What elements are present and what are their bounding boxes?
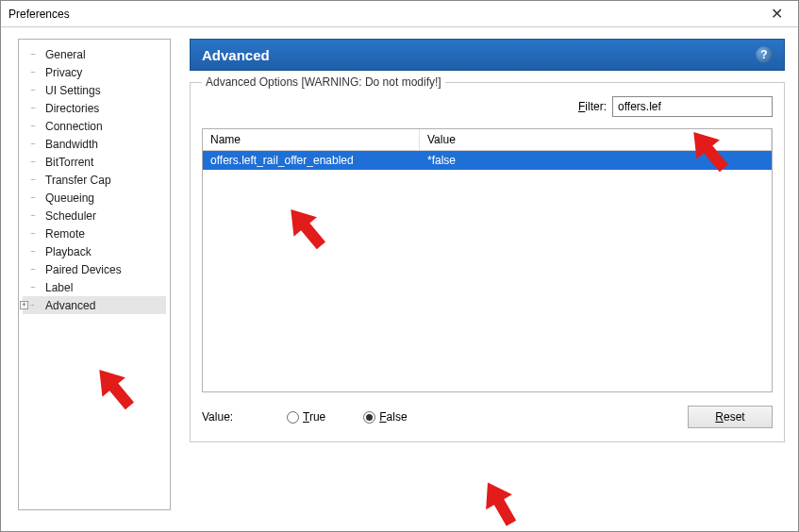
- tree-item-ui-settings[interactable]: ····UI Settings: [23, 81, 166, 99]
- tree-item-queueing[interactable]: ····Queueing: [23, 189, 166, 207]
- tree-item-directories[interactable]: ····Directories: [23, 99, 166, 117]
- cell-name: offers.left_rail_offer_enabled: [203, 152, 420, 169]
- value-editor-row: Value: True False Reset: [202, 406, 773, 428]
- tree-item-playback[interactable]: ····Playback: [23, 242, 166, 260]
- help-icon[interactable]: ?: [756, 46, 773, 63]
- window-body: ····General ····Privacy ····UI Settings …: [1, 27, 798, 531]
- panel-header: Advanced ?: [190, 39, 785, 71]
- titlebar: Preferences ✕: [1, 1, 798, 27]
- panel-body: Advanced Options [WARNING: Do not modify…: [190, 71, 785, 514]
- tree-item-bittorrent[interactable]: ····BitTorrent: [23, 153, 166, 171]
- options-listview[interactable]: Name Value offers.left_rail_offer_enable…: [202, 128, 773, 392]
- listview-header: Name Value: [203, 129, 772, 151]
- tree-item-general[interactable]: ····General: [23, 45, 166, 63]
- preferences-window: Preferences ✕ ····General ····Privacy ··…: [0, 0, 799, 532]
- panel-title: Advanced: [202, 47, 270, 63]
- list-row[interactable]: offers.left_rail_offer_enabled *false: [203, 151, 772, 170]
- radio-true[interactable]: True: [287, 410, 325, 424]
- tree-item-transfer-cap[interactable]: ····Transfer Cap: [23, 171, 166, 189]
- tree-item-remote[interactable]: ····Remote: [23, 224, 166, 242]
- tree-item-label[interactable]: ····Label: [23, 278, 166, 296]
- radio-false-icon: [363, 411, 375, 424]
- main-panel: Advanced ? Advanced Options [WARNING: Do…: [190, 39, 785, 514]
- radio-false[interactable]: False: [363, 410, 407, 424]
- column-value[interactable]: Value: [420, 129, 772, 150]
- close-icon[interactable]: ✕: [763, 5, 791, 23]
- reset-button[interactable]: Reset: [688, 406, 773, 428]
- tree-item-advanced[interactable]: + ···Advanced: [23, 296, 166, 314]
- groupbox-title: Advanced Options [WARNING: Do not modify…: [202, 75, 445, 89]
- filter-row: Filter:: [202, 96, 773, 117]
- column-name[interactable]: Name: [203, 129, 420, 150]
- category-tree[interactable]: ····General ····Privacy ····UI Settings …: [18, 39, 171, 510]
- tree-item-scheduler[interactable]: ····Scheduler: [23, 207, 166, 224]
- advanced-options-group: Advanced Options [WARNING: Do not modify…: [190, 82, 785, 442]
- tree-item-paired-devices[interactable]: ····Paired Devices: [23, 260, 166, 278]
- expand-icon[interactable]: +: [20, 301, 28, 309]
- tree-item-connection[interactable]: ····Connection: [23, 117, 166, 135]
- tree-item-bandwidth[interactable]: ····Bandwidth: [23, 135, 166, 153]
- tree-item-privacy[interactable]: ····Privacy: [23, 63, 166, 81]
- value-label: Value:: [202, 410, 249, 424]
- filter-input[interactable]: [612, 96, 773, 117]
- cell-value: *false: [420, 152, 772, 169]
- window-title: Preferences: [8, 8, 70, 21]
- filter-label: Filter:: [578, 100, 607, 113]
- radio-true-icon: [287, 411, 299, 424]
